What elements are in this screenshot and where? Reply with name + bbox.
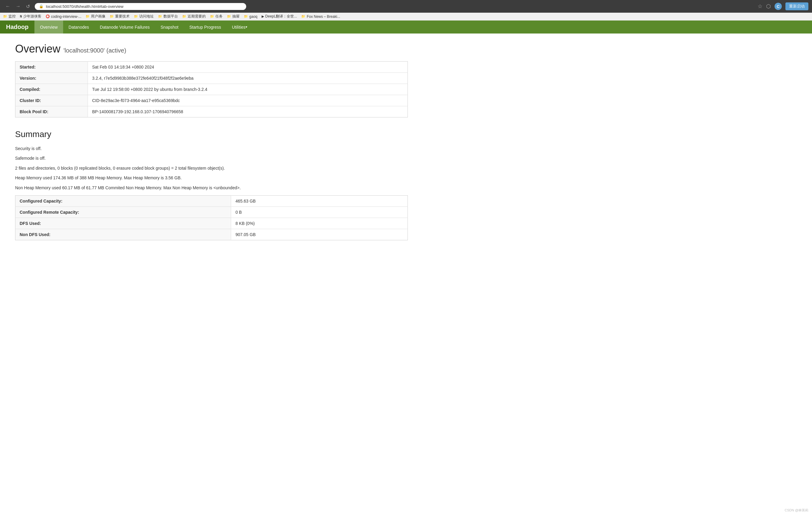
bookmark-coding[interactable]: ⭕ coding-interview-... xyxy=(46,14,82,19)
folder-icon: 📁 xyxy=(182,14,186,19)
bookmark-label: 任务 xyxy=(215,14,223,19)
main-content: Overview 'localhost:9000' (active) Start… xyxy=(0,33,423,259)
info-label: Compiled: xyxy=(16,84,88,95)
table-row: Non DFS Used: 907.05 GB xyxy=(16,229,408,240)
forward-button[interactable]: → xyxy=(14,3,22,10)
bookmark-label: 数据平台 xyxy=(164,14,178,19)
extensions-icon[interactable]: ⬡ xyxy=(766,3,771,10)
summary-line-0: Security is off. xyxy=(15,145,408,152)
summary-title: Summary xyxy=(15,129,408,139)
bookmark-label: coding-interview-... xyxy=(51,14,82,19)
bookmarks-bar: 📁 监控 N 少年游侠客 ⭕ coding-interview-... 📁 用户… xyxy=(0,13,812,21)
info-value: Sat Feb 03 14:18:34 +0800 2024 xyxy=(88,62,408,73)
info-table: Started: Sat Feb 03 14:18:34 +0800 2024 … xyxy=(15,61,408,117)
bookmark-icon: 📁 xyxy=(3,14,7,19)
summary-label: Configured Remote Capacity: xyxy=(16,207,231,218)
bookmark-n-icon: N xyxy=(20,14,22,19)
nav-datanode-volume-failures[interactable]: Datanode Volume Failures xyxy=(94,21,155,33)
table-row: Block Pool ID: BP-1400081739-192.168.0.1… xyxy=(16,106,408,117)
folder-icon: 📁 xyxy=(86,14,90,19)
overview-subtitle: 'localhost:9000' (active) xyxy=(63,47,126,54)
info-value: BP-1400081739-192.168.0.107-170694079665… xyxy=(88,106,408,117)
bookmark-data-platform[interactable]: 📁 数据平台 xyxy=(158,14,178,19)
bookmark-label: 抽屉 xyxy=(232,14,239,19)
table-row: DFS Used: 8 KB (0%) xyxy=(16,218,408,229)
hadoop-nav: Hadoop Overview Datanodes Datanode Volum… xyxy=(0,21,812,33)
bookmark-label: 监控 xyxy=(8,14,16,19)
page-title: Overview 'localhost:9000' (active) xyxy=(15,42,408,55)
info-label: Started: xyxy=(16,62,88,73)
browser-actions: ☆ ⬡ C 重新启动 xyxy=(758,2,808,10)
info-label: Version: xyxy=(16,73,88,84)
profile-icon[interactable]: C xyxy=(775,3,782,10)
back-button[interactable]: ← xyxy=(4,3,12,10)
nav-buttons: ← → ↺ xyxy=(4,3,32,10)
summary-value: 465.63 GB xyxy=(231,195,408,207)
folder-icon: 📁 xyxy=(210,14,214,19)
folder-icon: 📁 xyxy=(244,14,248,19)
folder-icon: 📁 xyxy=(110,14,114,19)
table-row: Version: 3.2.4, r7e5d9983b388e372fe640f2… xyxy=(16,73,408,84)
table-row: Cluster ID: CID-8e29ac3e-f073-4964-aa17-… xyxy=(16,95,408,106)
nav-snapshot[interactable]: Snapshot xyxy=(155,21,184,33)
bookmark-youth[interactable]: N 少年游侠客 xyxy=(20,14,41,19)
table-row: Configured Capacity: 465.63 GB xyxy=(16,195,408,207)
bookmark-label: 重要技术 xyxy=(115,14,129,19)
bookmark-github-icon: ⭕ xyxy=(46,14,50,19)
refresh-button[interactable]: ↺ xyxy=(24,3,32,10)
nav-items: Overview Datanodes Datanode Volume Failu… xyxy=(34,21,253,33)
summary-line-3: Heap Memory used 174.36 MB of 388 MB Hea… xyxy=(15,175,408,181)
bookmark-access-addr[interactable]: 📁 访问地址 xyxy=(134,14,154,19)
nav-utilities[interactable]: Utilities xyxy=(227,21,253,33)
bookmark-key-tech[interactable]: 📁 重要技术 xyxy=(110,14,129,19)
bookmark-foxnews[interactable]: 📁 Fox News – Breaki... xyxy=(301,14,340,19)
bookmark-deepl[interactable]: ▶ DeepL翻译：全世... xyxy=(262,14,297,19)
folder-icon: 📁 xyxy=(227,14,231,19)
summary-value: 907.05 GB xyxy=(231,229,408,240)
bookmark-label: 少年游侠客 xyxy=(23,14,41,19)
folder-icon: 📁 xyxy=(158,14,162,19)
bookmark-label: 访问地址 xyxy=(139,14,154,19)
table-row: Configured Remote Capacity: 0 B xyxy=(16,207,408,218)
nav-startup-progress[interactable]: Startup Progress xyxy=(184,21,227,33)
summary-label: Non DFS Used: xyxy=(16,229,231,240)
bookmark-label: 近期需要的 xyxy=(187,14,206,19)
bookmark-recent[interactable]: 📁 近期需要的 xyxy=(182,14,206,19)
summary-line-2: 2 files and directories, 0 blocks (0 rep… xyxy=(15,165,408,172)
info-value: CID-8e29ac3e-f073-4964-aa17-e95ca5369bdc xyxy=(88,95,408,106)
info-label: Block Pool ID: xyxy=(16,106,88,117)
deepl-icon: ▶ xyxy=(262,14,264,19)
hadoop-brand[interactable]: Hadoop xyxy=(0,21,34,33)
bookmark-drawer[interactable]: 📁 抽屉 xyxy=(227,14,239,19)
bookmark-label: gaoq xyxy=(249,14,257,19)
bookmark-user-portrait[interactable]: 📁 用户画像 xyxy=(86,14,106,19)
info-value: Tue Jul 12 19:58:00 +0800 2022 by ubuntu… xyxy=(88,84,408,95)
folder-icon: 📁 xyxy=(301,14,306,19)
summary-value: 0 B xyxy=(231,207,408,218)
nav-overview[interactable]: Overview xyxy=(34,21,63,33)
summary-line-4: Non Heap Memory used 60.17 MB of 61.77 M… xyxy=(15,184,408,191)
info-label: Cluster ID: xyxy=(16,95,88,106)
address-bar[interactable]: 🔒 localhost:50070/dfshealth.html#tab-ove… xyxy=(35,3,246,10)
bookmark-gaoq[interactable]: 📁 gaoq xyxy=(244,14,257,19)
summary-line-1: Safemode is off. xyxy=(15,155,408,161)
summary-table: Configured Capacity: 465.63 GB Configure… xyxy=(15,195,408,240)
lock-icon: 🔒 xyxy=(39,4,44,8)
bookmark-label: Fox News – Breaki... xyxy=(307,14,340,19)
bookmark-label: DeepL翻译：全世... xyxy=(265,14,297,19)
summary-value: 8 KB (0%) xyxy=(231,218,408,229)
summary-label: DFS Used: xyxy=(16,218,231,229)
table-row: Started: Sat Feb 03 14:18:34 +0800 2024 xyxy=(16,62,408,73)
info-value: 3.2.4, r7e5d9983b388e372fe640f21f048f2f2… xyxy=(88,73,408,84)
star-icon[interactable]: ☆ xyxy=(758,3,762,10)
nav-datanodes[interactable]: Datanodes xyxy=(63,21,94,33)
url-text: localhost:50070/dfshealth.html#tab-overv… xyxy=(46,4,123,9)
browser-chrome: ← → ↺ 🔒 localhost:50070/dfshealth.html#t… xyxy=(0,0,812,13)
summary-section: Summary Security is off. Safemode is off… xyxy=(15,129,408,240)
bookmark-monitor[interactable]: 📁 监控 xyxy=(3,14,16,19)
folder-icon: 📁 xyxy=(134,14,138,19)
restart-button[interactable]: 重新启动 xyxy=(785,2,808,10)
table-row: Compiled: Tue Jul 12 19:58:00 +0800 2022… xyxy=(16,84,408,95)
bookmark-tasks[interactable]: 📁 任务 xyxy=(210,14,223,19)
bookmark-label: 用户画像 xyxy=(91,14,106,19)
